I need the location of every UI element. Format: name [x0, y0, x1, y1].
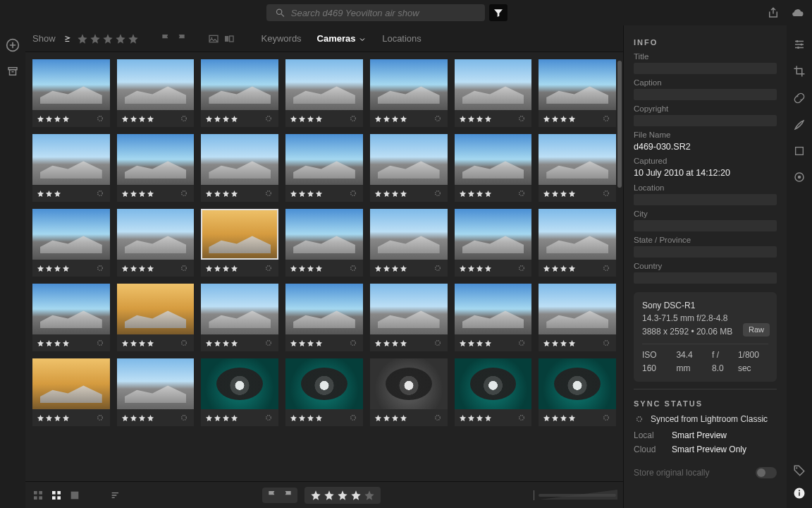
- thumbnail-rating[interactable]: [121, 190, 154, 198]
- search-input[interactable]: [291, 8, 476, 18]
- photo-thumbnail[interactable]: [32, 209, 110, 277]
- search-box[interactable]: [266, 4, 485, 21]
- photo-thumbnail[interactable]: [201, 59, 278, 127]
- thumbnail-rating[interactable]: [37, 339, 70, 347]
- photo-thumbnail[interactable]: [201, 209, 278, 277]
- photo-thumbnail[interactable]: [370, 358, 448, 426]
- flag-reject-filter[interactable]: [176, 33, 187, 44]
- city-field[interactable]: [634, 220, 777, 231]
- flag-reject-button[interactable]: [282, 490, 293, 501]
- photo-thumbnail[interactable]: [455, 209, 532, 277]
- photo-thumbnail[interactable]: [455, 59, 532, 127]
- thumbnail-rating[interactable]: [37, 190, 61, 198]
- photo-thumbnail[interactable]: [539, 209, 616, 277]
- store-original-toggle[interactable]: [756, 467, 777, 478]
- caption-field[interactable]: [634, 89, 777, 100]
- view-single[interactable]: [69, 490, 80, 501]
- photo-thumbnail[interactable]: [285, 209, 363, 277]
- photo-thumbnail[interactable]: [455, 134, 532, 202]
- thumbnail-rating[interactable]: [543, 414, 576, 422]
- photo-thumbnail[interactable]: [285, 134, 363, 202]
- photo-thumbnail[interactable]: [370, 209, 448, 277]
- location-field[interactable]: [634, 194, 777, 205]
- country-field[interactable]: [634, 272, 777, 284]
- photo-thumbnail[interactable]: [370, 284, 448, 351]
- thumbnail-rating[interactable]: [121, 265, 154, 272]
- compare-filter[interactable]: [223, 33, 235, 44]
- thumbnail-rating[interactable]: [37, 265, 70, 272]
- thumbnail-rating[interactable]: [374, 115, 407, 123]
- photo-thumbnail[interactable]: [117, 59, 195, 127]
- tab-keywords[interactable]: Keywords: [256, 30, 307, 47]
- heal-button[interactable]: [793, 92, 806, 104]
- thumbnail-rating[interactable]: [205, 115, 238, 123]
- view-grid-small[interactable]: [32, 490, 44, 501]
- thumbnail-rating[interactable]: [459, 339, 492, 347]
- state-field[interactable]: [634, 246, 777, 258]
- cloud-button[interactable]: [791, 6, 805, 20]
- thumbnail-rating[interactable]: [459, 190, 492, 198]
- scrollbar[interactable]: [617, 61, 622, 188]
- copyright-field[interactable]: [634, 115, 777, 126]
- thumbnail-rating[interactable]: [37, 414, 70, 422]
- photo-thumbnail[interactable]: [201, 134, 278, 202]
- photo-thumbnail[interactable]: [201, 358, 278, 426]
- photo-thumbnail[interactable]: [117, 284, 195, 351]
- crop-button[interactable]: [793, 65, 806, 78]
- archive-button[interactable]: [6, 65, 19, 78]
- thumbnail-rating[interactable]: [121, 339, 154, 347]
- thumbnail-rating[interactable]: [543, 190, 576, 198]
- radial-gradient-button[interactable]: [793, 171, 806, 183]
- photo-thumbnail[interactable]: [117, 134, 195, 202]
- share-button[interactable]: [767, 6, 780, 19]
- thumbnail-rating[interactable]: [459, 414, 492, 422]
- thumbnail-rating[interactable]: [290, 414, 323, 422]
- photo-thumbnail[interactable]: [539, 358, 616, 426]
- rating-filter[interactable]: [77, 33, 139, 44]
- thumbnail-size-slider[interactable]: [534, 490, 616, 500]
- flag-pick-button[interactable]: [266, 490, 278, 501]
- thumbnail-rating[interactable]: [290, 339, 323, 347]
- add-button[interactable]: [6, 38, 20, 52]
- photo-thumbnail[interactable]: [285, 284, 363, 351]
- thumbnail-rating[interactable]: [121, 414, 154, 422]
- thumbnail-rating[interactable]: [37, 115, 70, 123]
- thumbnail-rating[interactable]: [374, 339, 407, 347]
- info-button[interactable]: [793, 487, 806, 500]
- photo-thumbnail[interactable]: [117, 358, 195, 426]
- thumbnail-rating[interactable]: [543, 115, 576, 123]
- photo-thumbnail[interactable]: [32, 134, 110, 202]
- brush-button[interactable]: [793, 119, 806, 131]
- thumbnail-rating[interactable]: [205, 414, 238, 422]
- thumbnail-rating[interactable]: [459, 115, 492, 123]
- sort-button[interactable]: [110, 490, 121, 501]
- thumbnail-rating[interactable]: [459, 265, 492, 272]
- photo-thumbnail[interactable]: [117, 209, 195, 277]
- title-field[interactable]: [634, 63, 777, 74]
- photo-thumbnail[interactable]: [32, 59, 110, 127]
- thumbnail-rating[interactable]: [543, 265, 576, 272]
- photo-thumbnail[interactable]: [285, 59, 363, 127]
- thumbnail-rating[interactable]: [374, 265, 407, 272]
- thumbnail-rating[interactable]: [374, 190, 407, 198]
- photo-thumbnail[interactable]: [455, 284, 532, 351]
- photo-thumbnail[interactable]: [455, 358, 532, 426]
- tag-button[interactable]: [793, 464, 806, 477]
- flag-pick-filter[interactable]: [160, 33, 171, 44]
- tab-locations[interactable]: Locations: [376, 30, 427, 47]
- thumbnail-rating[interactable]: [374, 414, 407, 422]
- thumbnail-rating[interactable]: [290, 115, 323, 123]
- edit-sliders-button[interactable]: [793, 38, 806, 51]
- thumbnail-rating[interactable]: [290, 190, 323, 198]
- thumbnail-rating[interactable]: [121, 115, 154, 123]
- view-grid-large[interactable]: [51, 490, 62, 501]
- thumbnail-rating[interactable]: [205, 190, 238, 198]
- tab-cameras[interactable]: Cameras: [312, 30, 373, 47]
- photo-thumbnail[interactable]: [32, 284, 110, 351]
- photo-thumbnail[interactable]: [539, 59, 616, 127]
- rating-setter[interactable]: [304, 487, 381, 504]
- thumbnail-rating[interactable]: [205, 339, 238, 347]
- filter-button[interactable]: [489, 4, 508, 21]
- gte-icon[interactable]: [63, 34, 73, 44]
- photo-thumbnail[interactable]: [370, 59, 448, 127]
